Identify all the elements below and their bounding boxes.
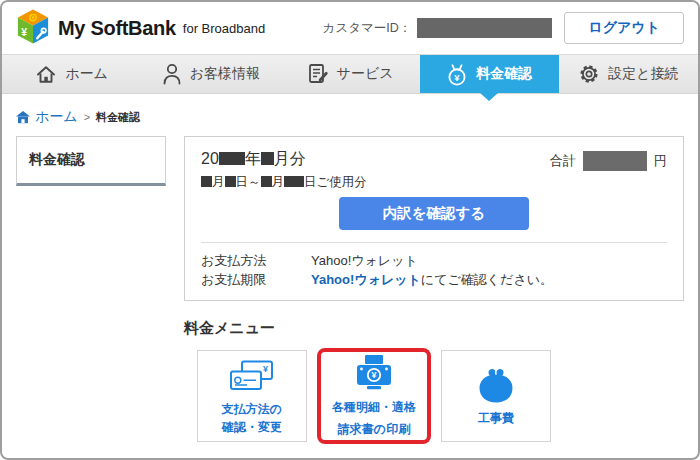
- view-breakdown-button[interactable]: 内訳を確認する: [339, 197, 529, 230]
- nav-item-home[interactable]: ホーム: [2, 55, 141, 93]
- payment-due-label: お支払期限: [201, 271, 311, 290]
- logout-button[interactable]: ログアウト: [564, 12, 684, 44]
- payment-method-label: お支払方法: [201, 252, 311, 271]
- header: ¥ My SoftBank for Broadband カスタマーID： ログア…: [2, 2, 698, 54]
- my-softbank-page: ¥ My SoftBank for Broadband カスタマーID： ログア…: [0, 0, 700, 460]
- content-area: ホーム > 料金確認 料金確認 20年月分: [2, 108, 698, 460]
- nav-item-customer-info[interactable]: お客様情報: [141, 55, 280, 93]
- breadcrumb-home-label: ホーム: [35, 108, 78, 126]
- home-icon: [16, 111, 30, 124]
- svg-text:¥: ¥: [21, 26, 27, 37]
- sidebar-item-fee-check[interactable]: 料金確認: [16, 136, 166, 186]
- redacted-date: [261, 176, 272, 187]
- fee-menu-invoice-print[interactable]: ¥ 各種明細・適格 請求書の印刷: [319, 350, 429, 442]
- brand-title: My SoftBank: [58, 17, 176, 40]
- redacted-month: [261, 152, 274, 165]
- redacted-total-amount: [583, 151, 647, 171]
- breadcrumb-separator: >: [84, 111, 90, 123]
- redacted-year: [219, 152, 245, 165]
- payment-method-value: Yahoo!ウォレット: [311, 252, 418, 271]
- billing-usage-range: 月日～月日ご使用分: [201, 174, 367, 191]
- breadcrumb-current: 料金確認: [96, 110, 140, 125]
- svg-text:¥: ¥: [455, 72, 461, 83]
- printer-yen-icon: ¥: [354, 353, 394, 391]
- redacted-date: [284, 176, 304, 187]
- money-pouch-icon: ¥: [446, 62, 468, 86]
- fee-menu-label: 工事費: [478, 409, 514, 427]
- service-doc-icon: [307, 63, 329, 85]
- total-unit: 円: [654, 152, 667, 170]
- nav-label: ホーム: [65, 65, 108, 83]
- fee-menu-row: ¥ 支払方法の 確認・変更: [197, 350, 684, 442]
- svg-text:¥: ¥: [371, 370, 376, 380]
- payment-method-row: お支払方法 Yahoo!ウォレット: [201, 252, 667, 271]
- total-label: 合計: [550, 152, 576, 170]
- nav-item-services[interactable]: サービス: [280, 55, 419, 93]
- billing-period-block: 20年月分 月日～月日ご使用分: [201, 149, 367, 191]
- billing-period-title: 20年月分: [201, 149, 367, 170]
- customer-id-label: カスタマーID：: [323, 20, 412, 37]
- svg-text:¥: ¥: [263, 363, 268, 373]
- coin-purse-icon: [475, 366, 517, 404]
- nav-label: 料金確認: [476, 65, 532, 83]
- billing-divider: [201, 242, 667, 243]
- user-icon: [162, 63, 182, 85]
- billing-total: 合計 円: [550, 151, 667, 171]
- nav-label: お客様情報: [190, 65, 260, 83]
- fee-menu-label: 各種明細・適格 請求書の印刷: [332, 396, 416, 440]
- fee-menu-construction-fee[interactable]: 工事費: [441, 350, 551, 442]
- nav-label: サービス: [337, 65, 394, 83]
- payment-due-row: お支払期限 Yahoo!ウォレットにてご確認ください。: [201, 271, 667, 290]
- softbank-cube-logo-icon: ¥: [16, 8, 50, 49]
- brand-subtitle: for Broadband: [183, 21, 265, 36]
- billing-summary-box: 20年月分 月日～月日ご使用分 合計 円 内訳を確認する: [184, 136, 684, 301]
- fee-menu-payment-method[interactable]: ¥ 支払方法の 確認・変更: [197, 350, 307, 442]
- nav-item-fee-check[interactable]: ¥ 料金確認: [420, 55, 559, 93]
- home-icon: [35, 64, 57, 84]
- yahoo-wallet-link[interactable]: Yahoo!ウォレット: [311, 272, 421, 287]
- redacted-date: [201, 176, 212, 187]
- main-nav: ホーム お客様情報 サービス ¥ 料金確認: [2, 54, 698, 94]
- gear-icon: [578, 63, 600, 85]
- nav-label: 設定と接続: [608, 65, 678, 83]
- redacted-customer-id: [417, 18, 552, 38]
- fee-menu-label: 支払方法の 確認・変更: [222, 400, 282, 436]
- payment-due-value: Yahoo!ウォレットにてご確認ください。: [311, 271, 553, 290]
- credit-cards-icon: ¥: [229, 357, 275, 395]
- nav-item-settings[interactable]: 設定と接続: [559, 55, 698, 93]
- main-column: 20年月分 月日～月日ご使用分 合計 円 内訳を確認する: [184, 136, 684, 460]
- breadcrumb: ホーム > 料金確認: [16, 108, 684, 126]
- redacted-date: [225, 176, 236, 187]
- breadcrumb-home-link[interactable]: ホーム: [16, 108, 78, 126]
- fee-menu-heading: 料金メニュー: [184, 319, 684, 338]
